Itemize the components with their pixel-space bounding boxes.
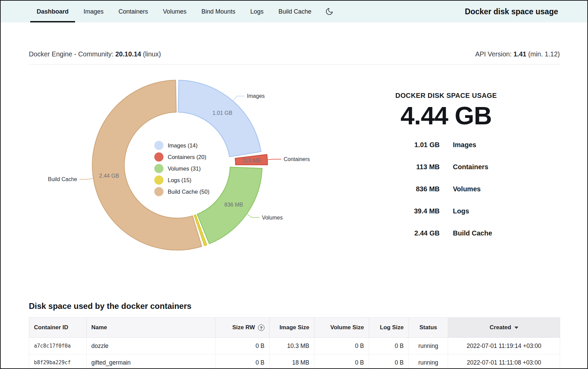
- cell-image_size: 10.3 MB: [270, 338, 314, 354]
- legend-label: Logs (15): [168, 177, 191, 183]
- usage-row-logs: 39.4 MBLogs: [351, 200, 541, 222]
- legend-swatch: [154, 164, 164, 173]
- cell-container_id: b8f29ba229cf: [29, 354, 87, 369]
- segment-size-label: 1.01 GB: [213, 110, 233, 116]
- segment-size-label: 836 MB: [224, 202, 243, 208]
- legend-label: Images (14): [168, 142, 198, 148]
- segment-name-label: Build Cache: [48, 176, 77, 182]
- segment-name-label: Volumes: [262, 215, 282, 221]
- usage-total: 4.44 GB: [351, 102, 541, 129]
- column-header-image-size[interactable]: Image Size: [270, 318, 314, 338]
- usage-row-volumes: 836 MBVolumes: [351, 178, 541, 200]
- containers-table: Container IDNameSize RW?Image SizeVolume…: [29, 317, 560, 369]
- legend-label: Volumes (31): [168, 165, 201, 172]
- tab-dashboard[interactable]: Dashboard: [30, 1, 76, 22]
- cell-volume_size: 0 B: [314, 354, 369, 369]
- table-row: a7c8c17f0f0adozzle0 B10.3 MB0 B0 Brunnin…: [29, 338, 560, 354]
- dashboard-section: 1.01 GBImages113 MBContainers836 MBVolum…: [1, 65, 587, 300]
- column-header-log-size[interactable]: Log Size: [369, 318, 409, 338]
- tab-images[interactable]: Images: [76, 1, 111, 22]
- cell-name: dozzle: [87, 338, 216, 354]
- help-icon[interactable]: ?: [258, 324, 264, 331]
- column-header-container-id[interactable]: Container ID: [29, 318, 87, 338]
- legend-item-logs[interactable]: Logs (15): [154, 176, 191, 185]
- column-header-status[interactable]: Status: [409, 318, 448, 338]
- segment-label-line: [247, 214, 259, 218]
- legend-item-containers[interactable]: Containers (20): [154, 153, 206, 162]
- segment-label-line: [268, 159, 281, 160]
- usage-row-images: 1.01 GBImages: [351, 134, 541, 156]
- cell-log_size: 0 B: [369, 354, 409, 369]
- column-label: Container ID: [34, 324, 68, 331]
- cell-size_rw: 0 B: [216, 338, 270, 354]
- cell-status: running: [409, 338, 448, 354]
- cell-created: 2022-07-01 11:19:14 +03:00: [448, 338, 560, 354]
- usage-label: Images: [453, 141, 476, 149]
- legend-swatch: [154, 176, 164, 185]
- dark-mode-toggle[interactable]: [324, 6, 335, 17]
- column-header-name[interactable]: Name: [87, 318, 216, 338]
- usage-label: Containers: [453, 163, 488, 171]
- tab-volumes[interactable]: Volumes: [156, 1, 194, 22]
- column-label: Size RW: [232, 324, 255, 331]
- legend-swatch: [154, 187, 164, 196]
- usage-row-build-cache: 2.44 GBBuild Cache: [351, 222, 541, 244]
- column-label: Created: [490, 324, 511, 331]
- cell-size_rw: 0 B: [216, 354, 270, 369]
- tab-build-cache[interactable]: Build Cache: [271, 1, 318, 22]
- moon-icon: [325, 7, 333, 16]
- api-version-text: API Version: 1.41 (min. 1.12): [475, 50, 560, 59]
- cell-container_id: a7c8c17f0f0a: [29, 338, 87, 354]
- column-header-volume-size[interactable]: Volume Size: [314, 318, 369, 338]
- column-header-size-rw[interactable]: Size RW?: [216, 318, 270, 338]
- legend-swatch: [154, 141, 164, 150]
- legend-swatch: [154, 153, 164, 162]
- cell-created: 2022-07-01 11:11:08 +03:00: [448, 354, 560, 369]
- usage-label: Logs: [453, 207, 469, 215]
- legend-item-volumes[interactable]: Volumes (31): [154, 164, 201, 173]
- containers-table-heading: Disk space used by the docker containers: [29, 300, 560, 312]
- column-label: Volume Size: [330, 324, 364, 331]
- table-header-row: Container IDNameSize RW?Image SizeVolume…: [29, 318, 560, 338]
- engine-version-text: Docker Engine - Community: 20.10.14 (lin…: [29, 50, 161, 59]
- top-navigation-bar: DashboardImagesContainersVolumesBind Mou…: [1, 1, 587, 22]
- column-label: Log Size: [380, 324, 404, 331]
- engine-info-row: Docker Engine - Community: 20.10.14 (lin…: [29, 50, 560, 59]
- column-label: Name: [91, 324, 107, 331]
- usage-value: 1.01 GB: [351, 141, 440, 149]
- usage-value: 113 MB: [351, 163, 440, 171]
- segment-label-line: [233, 96, 244, 101]
- legend-item-images[interactable]: Images (14): [154, 141, 198, 150]
- table-body: a7c8c17f0f0adozzle0 B10.3 MB0 B0 Brunnin…: [29, 338, 560, 369]
- cell-status: running: [409, 354, 448, 369]
- segment-size-label: 2.44 GB: [99, 173, 119, 179]
- tab-bind-mounts[interactable]: Bind Mounts: [194, 1, 242, 22]
- column-header-created[interactable]: Created: [448, 318, 560, 338]
- sort-desc-icon: [514, 327, 518, 329]
- usage-row-containers: 113 MBContainers: [351, 156, 541, 178]
- column-label: Status: [420, 324, 437, 331]
- segment-size-label: 113 MB: [242, 158, 261, 163]
- containers-table-wrap: Container IDNameSize RW?Image SizeVolume…: [29, 317, 560, 369]
- legend-label: Build Cache (50): [168, 189, 209, 195]
- tab-logs[interactable]: Logs: [243, 1, 271, 22]
- usage-value: 2.44 GB: [351, 229, 440, 237]
- disk-usage-donut-chart: 1.01 GBImages113 MBContainers836 MBVolum…: [45, 76, 327, 260]
- app-window: DashboardImagesContainersVolumesBind Mou…: [0, 0, 588, 369]
- usage-breakdown: 1.01 GBImages113 MBContainers836 MBVolum…: [351, 134, 541, 244]
- tab-bar: DashboardImagesContainersVolumesBind Mou…: [30, 1, 318, 22]
- cell-volume_size: 0 B: [314, 338, 369, 354]
- cell-name: gifted_germain: [87, 354, 216, 369]
- legend-item-build-cache[interactable]: Build Cache (50): [154, 187, 209, 196]
- usage-summary-heading: DOCKER DISK SPACE USAGE: [351, 91, 541, 100]
- segment-label-line: [79, 178, 93, 179]
- segment-name-label: Images: [247, 93, 264, 99]
- tab-containers[interactable]: Containers: [111, 1, 155, 22]
- table-row: b8f29ba229cfgifted_germain0 B18 MB0 B0 B…: [29, 354, 560, 369]
- column-label: Image Size: [279, 324, 309, 331]
- usage-value: 836 MB: [351, 185, 440, 193]
- legend-label: Containers (20): [168, 154, 206, 160]
- cell-image_size: 18 MB: [270, 354, 314, 369]
- page-title: Docker disk space usage: [465, 7, 587, 16]
- usage-label: Volumes: [453, 185, 481, 193]
